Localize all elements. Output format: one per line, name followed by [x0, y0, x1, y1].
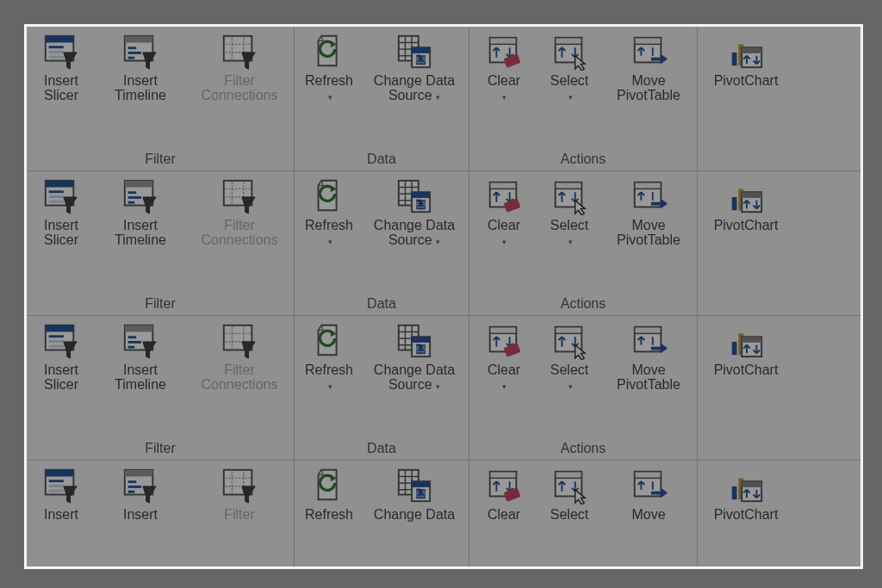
group-label: Data — [367, 441, 396, 460]
slicer-icon — [41, 32, 81, 71]
move-pivottable-button[interactable]: Move PivotTable — [602, 30, 695, 102]
clear-icon — [484, 321, 524, 361]
group-label: Actions — [561, 441, 606, 460]
move-icon — [629, 466, 668, 505]
clear-button[interactable]: Clear ▾ — [471, 30, 537, 105]
change-data-source-button[interactable]: Change Data Source ▾ — [362, 30, 467, 105]
pivotchart-button[interactable]: PivotChart — [699, 464, 792, 522]
select-button[interactable]: Select ▾ — [537, 175, 602, 250]
group-label: Data — [367, 152, 396, 170]
clear-icon — [484, 466, 524, 505]
refresh-label: Refresh ▾ — [305, 73, 353, 105]
pivotchart-button[interactable]: PivotChart — [699, 175, 792, 232]
clear-label: Clear ▾ — [488, 73, 520, 105]
filter-connections-label: Filter Connections — [202, 362, 278, 392]
change-data-source-button[interactable]: Change Data Source ▾ — [362, 175, 467, 250]
insert-timeline-button[interactable]: Insert — [94, 464, 187, 522]
dropdown-caret-icon: ▾ — [434, 382, 441, 391]
clear-button[interactable]: Clear ▾ — [471, 319, 537, 394]
connections-icon — [220, 32, 259, 71]
move-pivottable-button[interactable]: Move — [602, 464, 695, 522]
refresh-icon — [309, 176, 349, 216]
change-data-source-label: Change Data Source ▾ — [374, 362, 455, 394]
move-icon — [629, 321, 668, 361]
filter-connections-label: Filter Connections — [202, 218, 278, 247]
ribbon-group-filter: Insert SlicerInsert TimelineFilter Conne… — [27, 316, 295, 460]
ribbon-group-actions: Clear ▾Select ▾Move PivotTableActions — [469, 316, 698, 460]
insert-slicer-button[interactable]: Insert Slicer — [28, 30, 94, 102]
change-data-source-button[interactable]: Change Data Source ▾ — [362, 319, 467, 394]
clear-icon — [484, 32, 524, 71]
insert-slicer-button[interactable]: Insert Slicer — [28, 319, 94, 392]
refresh-button[interactable]: Refresh ▾ — [296, 319, 362, 394]
insert-slicer-label: Insert Slicer — [44, 362, 78, 392]
insert-timeline-button[interactable]: Insert Timeline — [94, 319, 187, 392]
insert-timeline-button[interactable]: Insert Timeline — [94, 30, 187, 102]
datasource-icon — [394, 321, 434, 361]
move-pivottable-button[interactable]: Move PivotTable — [602, 175, 695, 247]
ribbon-group-actions: Clear ▾Select ▾Move PivotTableActions — [469, 171, 698, 315]
clear-label: Clear — [488, 507, 520, 522]
refresh-icon — [309, 32, 349, 71]
clear-label: Clear ▾ — [488, 362, 520, 394]
ribbon-group-data: Refresh ▾Change Data Source ▾Data — [295, 316, 469, 460]
pivotchart-label: PivotChart — [714, 362, 779, 377]
ribbon-row: InsertInsertFilterRefreshChange DataClea… — [27, 461, 860, 569]
refresh-button[interactable]: Refresh — [296, 464, 362, 522]
pivotchart-button[interactable]: PivotChart — [699, 319, 792, 377]
ribbon-group-filter: Insert SlicerInsert TimelineFilter Conne… — [27, 171, 295, 315]
group-label: Filter — [145, 441, 176, 460]
clear-icon — [484, 176, 524, 216]
dropdown-caret-icon: ▾ — [502, 382, 506, 391]
group-label: Actions — [561, 296, 606, 315]
datasource-icon — [394, 466, 434, 505]
move-pivottable-button[interactable]: Move PivotTable — [602, 319, 695, 392]
insert-slicer-button[interactable]: Insert — [28, 464, 94, 522]
pivotchart-button[interactable]: PivotChart — [699, 30, 792, 88]
ribbon-frame: Insert SlicerInsert TimelineFilter Conne… — [24, 24, 863, 569]
ribbon-group-tools: PivotChart — [698, 171, 794, 315]
dropdown-caret-icon: ▾ — [502, 238, 506, 246]
ribbon-group-actions: Clear ▾Select ▾Move PivotTableActions — [469, 27, 698, 170]
select-label: Select — [550, 507, 588, 522]
refresh-button[interactable]: Refresh ▾ — [296, 175, 362, 250]
select-icon — [550, 466, 589, 505]
select-icon — [550, 321, 589, 361]
ribbon-row: Insert SlicerInsert TimelineFilter Conne… — [27, 171, 860, 316]
insert-timeline-button[interactable]: Insert Timeline — [94, 175, 187, 247]
select-button[interactable]: Select — [537, 464, 602, 522]
dropdown-caret-icon: ▾ — [328, 93, 332, 102]
refresh-button[interactable]: Refresh ▾ — [296, 30, 362, 105]
move-pivottable-label: Move PivotTable — [617, 218, 680, 247]
change-data-source-label: Change Data Source ▾ — [374, 73, 455, 105]
clear-button[interactable]: Clear — [471, 464, 537, 522]
ribbon-group-filter: InsertInsertFilter — [27, 461, 295, 569]
select-label: Select ▾ — [550, 73, 588, 105]
ribbon-group-filter: Insert SlicerInsert TimelineFilter Conne… — [27, 27, 295, 170]
pivotchart-label: PivotChart — [714, 507, 779, 522]
ribbon-group-actions: ClearSelectMove — [469, 461, 698, 569]
insert-timeline-label: Insert Timeline — [115, 218, 166, 247]
select-icon — [550, 176, 589, 216]
pivotchart-icon — [726, 176, 766, 216]
select-button[interactable]: Select ▾ — [537, 319, 602, 394]
pivotchart-label: PivotChart — [714, 73, 779, 88]
connections-icon — [220, 466, 259, 505]
select-label: Select ▾ — [550, 362, 588, 394]
change-data-source-button[interactable]: Change Data — [362, 464, 467, 522]
timeline-icon — [121, 466, 160, 505]
pivotchart-label: PivotChart — [714, 218, 779, 232]
filter-connections-label: Filter Connections — [202, 73, 278, 102]
ribbon-group-data: Refresh ▾Change Data Source ▾Data — [295, 27, 469, 170]
insert-slicer-label: Insert Slicer — [44, 73, 78, 102]
refresh-label: Refresh — [305, 507, 353, 522]
select-button[interactable]: Select ▾ — [537, 30, 602, 105]
connections-icon — [220, 176, 259, 216]
dropdown-caret-icon: ▾ — [568, 93, 573, 102]
connections-icon — [220, 321, 259, 361]
refresh-label: Refresh ▾ — [305, 218, 353, 250]
clear-button[interactable]: Clear ▾ — [471, 175, 537, 250]
group-label: Filter — [145, 152, 176, 170]
insert-slicer-button[interactable]: Insert Slicer — [28, 175, 94, 247]
slicer-icon — [41, 466, 81, 505]
